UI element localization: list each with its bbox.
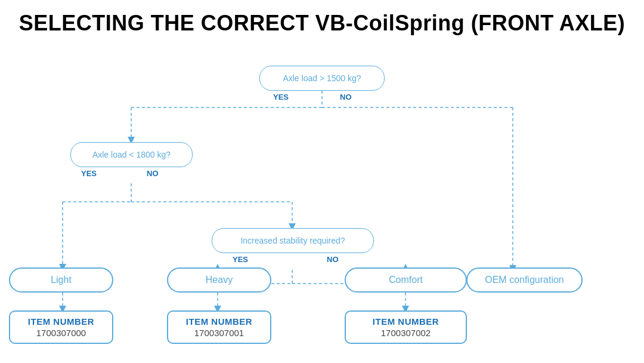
item-box-1700307000: ITEM NUMBER 1700307000: [9, 310, 113, 344]
page-title: SELECTING THE CORRECT VB-CoilSpring (FRO…: [0, 0, 644, 42]
d1-yes-label: YES: [273, 93, 289, 101]
result-oem: OEM configuration: [466, 267, 583, 293]
d1-no-label: NO: [340, 93, 352, 101]
diagram-area: Axle load > 1500 kg? YES NO Axle load < …: [0, 42, 644, 346]
result-comfort: Comfort: [345, 267, 467, 293]
result-heavy: Heavy: [167, 267, 271, 293]
item-number-1: 1700307000: [36, 328, 86, 338]
item-box-1700307001: ITEM NUMBER 1700307001: [167, 310, 271, 344]
decision-axle-load-1800: Axle load < 1800 kg?: [70, 142, 193, 167]
d3-yes-label: YES: [233, 255, 248, 264]
item-number-3: 1700307002: [381, 328, 431, 338]
result-light: Light: [9, 267, 113, 293]
d2-yes-label: YES: [81, 169, 97, 178]
item-number-2: 1700307001: [194, 328, 244, 338]
d2-no-label: NO: [147, 169, 159, 178]
item-box-1700307002: ITEM NUMBER 1700307002: [345, 310, 467, 344]
item-label-2: ITEM NUMBER: [186, 316, 252, 327]
decision-stability: Increased stability required?: [212, 228, 374, 253]
item-label-1: ITEM NUMBER: [28, 316, 94, 327]
decision-axle-load-1500: Axle load > 1500 kg?: [259, 66, 385, 91]
item-label-3: ITEM NUMBER: [373, 316, 439, 327]
d3-no-label: NO: [327, 255, 339, 264]
